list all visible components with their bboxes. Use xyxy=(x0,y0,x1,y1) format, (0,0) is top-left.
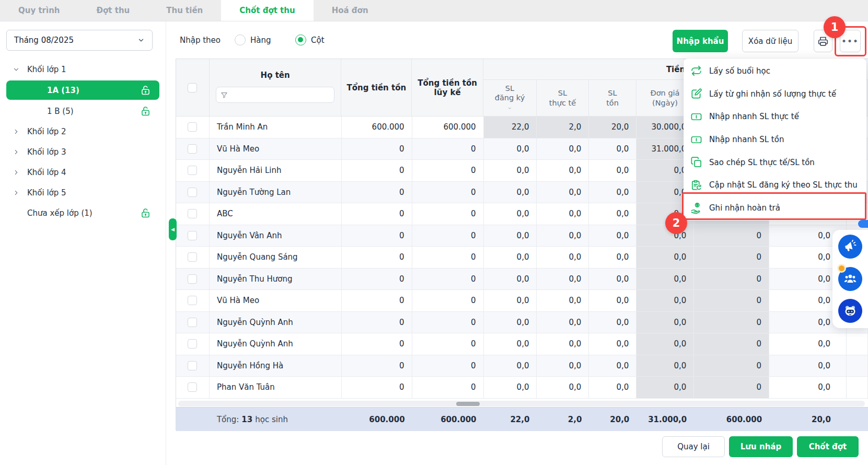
row-checkbox[interactable] xyxy=(188,339,197,348)
sidebar-item[interactable]: Khối lớp 5 xyxy=(0,182,166,203)
sidebar-item[interactable]: 1 B (5) xyxy=(0,101,166,121)
value-cell[interactable]: 0,0 xyxy=(537,225,589,247)
menu-item-input[interactable]: Nhập nhanh SL tồn xyxy=(684,128,866,151)
sidebar-item[interactable]: Khối lớp 1 xyxy=(0,59,166,79)
tab-hoá-đơn[interactable]: Hoá đơn xyxy=(314,0,387,21)
value-cell[interactable]: 0,0 xyxy=(636,269,694,290)
scrollbar-thumb[interactable] xyxy=(456,402,480,406)
value-cell[interactable]: 0 xyxy=(412,312,484,334)
value-cell[interactable]: 0,0 xyxy=(636,312,694,334)
month-select[interactable]: Tháng 08/2025 xyxy=(6,30,153,51)
value-cell[interactable]: 0 xyxy=(412,269,484,290)
value-cell[interactable]: 0,0 xyxy=(537,182,589,204)
value-cell[interactable]: 0,0 xyxy=(484,269,537,290)
row-checkbox[interactable] xyxy=(188,166,197,175)
value-cell[interactable]: 0 xyxy=(342,182,412,204)
value-cell[interactable]: 0 xyxy=(412,333,484,355)
row-checkbox[interactable] xyxy=(188,296,197,305)
radio-hang[interactable]: Hàng xyxy=(235,34,271,45)
sidebar-item[interactable]: Khối lớp 4 xyxy=(0,162,166,182)
row-checkbox[interactable] xyxy=(188,231,197,240)
value-cell[interactable]: 0 xyxy=(694,225,769,247)
value-cell[interactable]: 0,0 xyxy=(589,182,636,204)
value-cell[interactable]: 0 xyxy=(342,269,412,290)
tab-đợt-thu[interactable]: Đợt thu xyxy=(78,0,148,21)
value-cell[interactable]: 0,0 xyxy=(636,290,694,312)
value-cell[interactable]: 0 xyxy=(694,312,769,334)
value-cell[interactable]: 0,0 xyxy=(589,290,636,312)
value-cell[interactable]: 0,0 xyxy=(484,247,537,269)
value-cell[interactable]: 0,0 xyxy=(537,138,589,160)
value-cell[interactable]: 0 xyxy=(694,333,769,355)
clear-data-button[interactable]: Xóa dữ liệu xyxy=(742,30,798,52)
value-cell[interactable]: 0,0 xyxy=(589,203,636,225)
radio-cot[interactable]: Cột xyxy=(295,34,325,45)
value-cell[interactable]: 0,0 xyxy=(589,377,636,399)
sort-chevron-icon[interactable] xyxy=(507,103,513,112)
value-cell[interactable]: 0 xyxy=(412,182,484,204)
value-cell[interactable]: 0,0 xyxy=(537,290,589,312)
value-cell[interactable]: 0 xyxy=(694,269,769,290)
value-cell[interactable]: 0,0 xyxy=(636,247,694,269)
value-cell[interactable]: 0,0 xyxy=(484,333,537,355)
value-cell[interactable]: 0,0 xyxy=(769,355,847,377)
value-cell[interactable]: 0,0 xyxy=(636,355,694,377)
value-cell[interactable]: 0,0 xyxy=(484,182,537,204)
sidebar-item[interactable]: Khối lớp 3 xyxy=(0,142,166,162)
value-cell[interactable]: 0,0 xyxy=(484,355,537,377)
sidebar-item[interactable]: Khối lớp 2 xyxy=(0,121,166,142)
header-sub-cell[interactable]: SLtồn xyxy=(589,80,636,117)
sidebar-item[interactable]: Chưa xếp lớp (1) xyxy=(0,203,166,223)
value-cell[interactable]: 0 xyxy=(412,377,484,399)
menu-item-edit-square[interactable]: Lấy từ ghi nhận số lượng thực tế xyxy=(684,83,866,106)
header-sub-cell[interactable]: SLthực tế xyxy=(537,80,589,117)
value-cell[interactable]: 0,0 xyxy=(484,312,537,334)
value-cell[interactable]: 0 xyxy=(342,355,412,377)
menu-item-input[interactable]: Nhập nhanh SL thực tế xyxy=(684,105,866,128)
value-cell[interactable]: 0,0 xyxy=(589,269,636,290)
value-cell[interactable]: 0 xyxy=(342,333,412,355)
row-checkbox[interactable] xyxy=(188,274,197,284)
value-cell[interactable] xyxy=(847,333,868,355)
value-cell[interactable]: 0,0 xyxy=(589,138,636,160)
menu-item-copy[interactable]: Sao chép SL thực tế/SL tồn xyxy=(684,151,866,174)
value-cell[interactable]: 0,0 xyxy=(537,160,589,182)
row-checkbox[interactable] xyxy=(188,382,197,392)
value-cell[interactable]: 0,0 xyxy=(589,225,636,247)
value-cell[interactable]: 0 xyxy=(342,203,412,225)
megaphone-fab[interactable] xyxy=(838,235,862,259)
tab-thu-tiền[interactable]: Thu tiền xyxy=(148,0,221,21)
value-cell[interactable]: 20,0 xyxy=(589,117,636,138)
value-cell[interactable]: 0 xyxy=(412,160,484,182)
value-cell[interactable]: 0 xyxy=(342,160,412,182)
name-filter-input[interactable] xyxy=(216,87,335,103)
panda-bot-fab[interactable] xyxy=(838,299,862,323)
value-cell[interactable]: 0 xyxy=(342,225,412,247)
value-cell[interactable]: 0,0 xyxy=(636,333,694,355)
value-cell[interactable]: 0 xyxy=(342,247,412,269)
value-cell[interactable]: 0,0 xyxy=(484,290,537,312)
value-cell[interactable]: 0,0 xyxy=(589,355,636,377)
value-cell[interactable]: 0,0 xyxy=(484,203,537,225)
value-cell[interactable]: 0 xyxy=(694,290,769,312)
value-cell[interactable]: 0 xyxy=(342,312,412,334)
value-cell[interactable]: 0 xyxy=(412,247,484,269)
row-checkbox[interactable] xyxy=(188,318,197,327)
tab-chốt-đợt-thu[interactable]: Chốt đợt thu xyxy=(221,0,313,21)
row-checkbox[interactable] xyxy=(188,209,197,218)
save-draft-button[interactable]: Lưu nháp xyxy=(729,436,793,457)
value-cell[interactable]: 2,0 xyxy=(537,117,589,138)
value-cell[interactable]: 0,0 xyxy=(537,312,589,334)
value-cell[interactable]: 0 xyxy=(412,138,484,160)
value-cell[interactable]: 0 xyxy=(694,377,769,399)
value-cell[interactable] xyxy=(847,355,868,377)
value-cell[interactable]: 600.000 xyxy=(412,117,484,138)
value-cell[interactable]: 600.000 xyxy=(342,117,412,138)
tab-quy-trình[interactable]: Quy trình xyxy=(0,0,78,21)
value-cell[interactable]: 0,0 xyxy=(484,377,537,399)
value-cell[interactable]: 0,0 xyxy=(589,160,636,182)
value-cell[interactable] xyxy=(847,377,868,399)
value-cell[interactable]: 0,0 xyxy=(589,247,636,269)
value-cell[interactable]: 0,0 xyxy=(537,377,589,399)
value-cell[interactable]: 0,0 xyxy=(769,377,847,399)
